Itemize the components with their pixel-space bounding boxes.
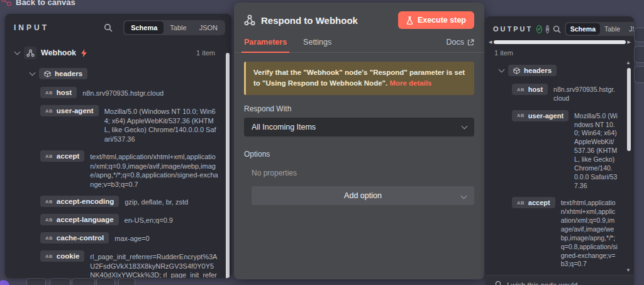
respond-with-value: All Incoming Items (252, 123, 316, 131)
dialog-tabs: Parameters Settings Docs (234, 34, 484, 53)
string-type-icon: AB (45, 199, 53, 204)
string-type-icon: AB (45, 217, 53, 223)
field-key-pill[interactable]: ABcookie (40, 250, 84, 262)
docs-link[interactable]: Docs (447, 38, 474, 52)
schema-field-row: ABhostn8n.srv970935.hstgr.cloud (40, 87, 219, 98)
object-cube-icon (44, 70, 51, 77)
headers-group-pill[interactable]: headers (508, 65, 557, 76)
field-value: n8n.srv970935.hstgr.cloud (553, 84, 618, 103)
search-icon[interactable] (553, 24, 561, 34)
chat-help-bubble[interactable] (0, 280, 9, 285)
field-value: max-age=0 (114, 232, 219, 243)
view-tab-json[interactable]: JSON (193, 21, 224, 34)
string-type-icon: AB (45, 235, 53, 241)
options-empty-text: No properties (252, 169, 474, 177)
scroll-down-arrow-icon[interactable]: ▼ (626, 268, 631, 273)
canvas-node-stub[interactable] (634, 66, 644, 83)
view-tab-table[interactable]: Table (164, 21, 192, 34)
respond-with-select[interactable]: All Incoming Items (244, 118, 474, 137)
string-type-icon: AB (517, 87, 525, 92)
field-key: host (528, 86, 543, 93)
chevron-down-icon[interactable] (30, 70, 36, 76)
input-schema-fields: ABhostn8n.srv970935.hstgr.cloudABuser-ag… (40, 87, 219, 278)
dialog-header: Respond to Webhook Execute step (234, 3, 484, 34)
chevron-down-icon[interactable] (14, 49, 21, 55)
string-type-icon: AB (517, 113, 525, 118)
output-view-tabs: SchemaTableJSON (565, 22, 634, 36)
view-tab-json[interactable]: JSON (625, 23, 634, 35)
input-panel-header: INPUT SchemaTableJSON (5, 14, 231, 40)
chevron-down-icon (462, 123, 468, 129)
scroll-right-arrow-icon[interactable]: ▶ (628, 40, 631, 44)
back-to-canvas-button[interactable]: Back to canvas (1, 0, 75, 9)
field-value: text/html,application/xhtml+xml,applicat… (90, 150, 219, 189)
add-option-button[interactable]: Add option (252, 186, 474, 205)
input-panel: INPUT SchemaTableJSON Webhook 1 item hea… (5, 14, 231, 278)
field-value: Mozilla/5.0 (Windows NT 10.0; Win64; x64… (104, 105, 219, 143)
schema-field-row: ABcache-controlmax-age=0 (40, 232, 219, 243)
canvas-pill-stub (72, 278, 95, 285)
field-key-pill[interactable]: ABaccept (40, 150, 84, 162)
input-headers-row[interactable]: headers (30, 68, 223, 79)
input-scrollbar[interactable] (226, 53, 230, 278)
more-details-link[interactable]: More details (389, 79, 431, 87)
field-key: cache-control (57, 234, 104, 242)
canvas-node-stub[interactable] (634, 46, 644, 63)
string-type-icon: AB (517, 200, 525, 206)
field-key-pill[interactable]: ABuser-agent (512, 110, 569, 121)
schema-field-row: ABcookierl_page_init_referrer=RudderEncr… (40, 250, 219, 278)
lightbulb-icon (494, 281, 502, 285)
execute-step-label: Execute step (418, 16, 466, 25)
field-value: en-US,en;q=0.9 (125, 214, 219, 225)
output-scrollbar[interactable] (627, 68, 631, 151)
scroll-up-arrow-icon[interactable]: ▲ (626, 60, 631, 65)
schema-field-row: ABaccepttext/html,application/xhtml+xml,… (512, 197, 618, 269)
search-icon[interactable] (103, 23, 113, 33)
field-key-pill[interactable]: ABuser-agent (40, 105, 99, 116)
scroll-left-arrow-icon[interactable]: ◀ (489, 40, 492, 44)
canvas-pill-stub (26, 278, 46, 285)
field-key-pill[interactable]: ABhost (512, 84, 548, 95)
field-key-pill[interactable]: ABaccept-encoding (40, 196, 119, 207)
chevron-down-icon[interactable] (499, 67, 505, 73)
view-tab-table[interactable]: Table (600, 23, 625, 35)
string-type-icon: AB (45, 90, 53, 96)
tab-parameters[interactable]: Parameters (244, 38, 287, 52)
output-headers-row[interactable]: headers (499, 65, 626, 76)
object-cube-icon (513, 67, 520, 74)
input-node-name: Webhook (41, 48, 76, 57)
execute-step-button[interactable]: Execute step (398, 11, 474, 29)
field-key-pill[interactable]: ABaccept-language (40, 214, 119, 225)
string-type-icon: AB (45, 108, 53, 114)
field-value: rl_page_init_referrer=RudderEncrypt%3AU2… (90, 250, 219, 278)
scrollbar-thumb[interactable] (494, 40, 625, 44)
view-tab-schema[interactable]: Schema (566, 23, 600, 35)
tab-settings[interactable]: Settings (303, 38, 331, 52)
headers-group-label: headers (524, 67, 552, 74)
info-icon[interactable]: i (546, 25, 548, 33)
field-key: accept (528, 199, 550, 206)
node-feedback-label: I wish this node would... (507, 281, 584, 285)
input-item-count: 1 item (196, 49, 215, 57)
node-feedback-bar[interactable]: I wish this node would... (486, 275, 634, 285)
schema-field-row: ABaccepttext/html,application/xhtml+xml,… (40, 150, 219, 189)
field-key: accept (57, 152, 79, 160)
canvas-node-stub[interactable] (634, 28, 644, 42)
headers-group-label: headers (55, 70, 82, 77)
field-key: host (57, 89, 72, 96)
respond-to-webhook-dialog: Respond to Webhook Execute step Paramete… (234, 3, 484, 279)
headers-group-pill[interactable]: headers (39, 68, 87, 79)
field-key-pill[interactable]: ABaccept (512, 197, 555, 208)
verify-webhook-notice: Verify that the "Webhook" node's "Respon… (244, 62, 474, 95)
field-key-pill[interactable]: ABhost (40, 87, 77, 98)
field-value: text/html,application/xhtml+xml,applicat… (561, 197, 618, 269)
view-tab-schema[interactable]: Schema (125, 21, 164, 34)
field-key: user-agent (57, 107, 94, 115)
output-horizontal-scrollbar[interactable]: ◀ ▶ (486, 40, 634, 44)
field-key: accept-language (57, 216, 114, 223)
input-node-row[interactable]: Webhook 1 item (15, 47, 223, 59)
field-value: gzip, deflate, br, zstd (125, 196, 219, 207)
respond-with-label: Respond With (244, 104, 474, 113)
success-check-icon: ✓ (536, 25, 542, 33)
field-key-pill[interactable]: ABcache-control (40, 232, 109, 243)
